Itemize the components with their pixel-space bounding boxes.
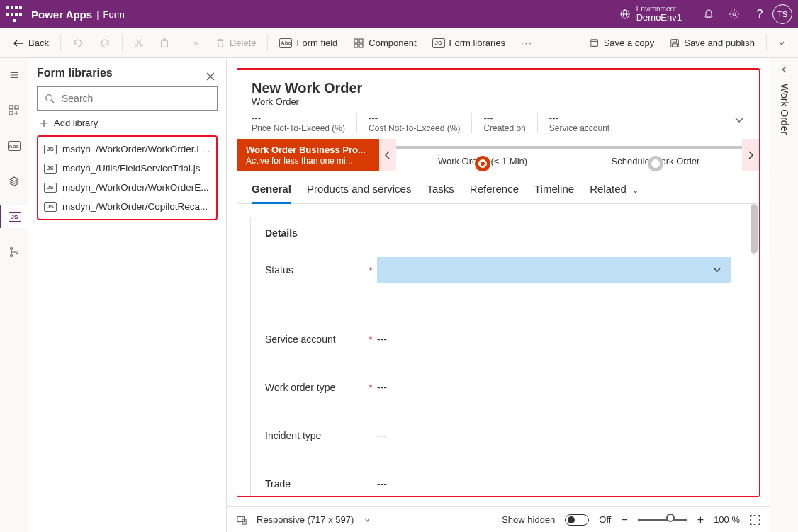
zoom-out-button[interactable]: − bbox=[621, 514, 627, 526]
list-item[interactable]: JS msdyn_/Utils/FieldServiceTrial.js bbox=[38, 159, 216, 178]
header-field[interactable]: --- Service account bbox=[537, 113, 621, 133]
field-row-trade[interactable]: Trade --- bbox=[265, 470, 731, 496]
scrollbar[interactable] bbox=[751, 204, 758, 254]
bpf-prev-button[interactable] bbox=[379, 139, 396, 171]
rail-layers[interactable] bbox=[0, 170, 28, 193]
command-bar: Back Delete Abc Form field bbox=[0, 28, 798, 58]
add-library-button[interactable]: Add library bbox=[37, 111, 218, 135]
svg-rect-12 bbox=[590, 39, 597, 46]
properties-panel-title: Work Order bbox=[779, 84, 790, 135]
form-field-button[interactable]: Abc Form field bbox=[272, 33, 344, 54]
app-launcher-icon[interactable] bbox=[6, 6, 23, 23]
search-input-wrapper[interactable] bbox=[37, 86, 218, 111]
list-item[interactable]: JS msdyn_/WorkOrder/CopilotReca... bbox=[38, 197, 216, 216]
close-panel-button[interactable] bbox=[203, 69, 218, 84]
section-title: Details bbox=[265, 227, 731, 239]
svg-rect-16 bbox=[9, 106, 13, 109]
svg-point-4 bbox=[135, 44, 138, 47]
tab-related[interactable]: Related ⌄ bbox=[590, 179, 639, 203]
svg-point-21 bbox=[16, 251, 18, 254]
cut-button[interactable] bbox=[127, 33, 151, 54]
rail-add-component[interactable] bbox=[0, 99, 28, 122]
field-value: --- bbox=[377, 382, 731, 393]
field-row-status[interactable]: Status * bbox=[265, 256, 731, 284]
delete-button[interactable]: Delete bbox=[208, 33, 264, 54]
header-field-value: --- bbox=[252, 113, 345, 123]
paste-icon bbox=[159, 38, 169, 48]
globe-icon bbox=[619, 9, 631, 20]
bell-icon bbox=[703, 9, 714, 20]
rail-tree[interactable] bbox=[0, 241, 28, 264]
chevron-left-icon bbox=[780, 65, 789, 74]
tab-general[interactable]: General bbox=[252, 179, 291, 204]
js-icon: JS bbox=[44, 202, 57, 212]
chevron-down-icon bbox=[778, 40, 785, 47]
tab-reference[interactable]: Reference bbox=[470, 179, 519, 203]
rail-form-libraries[interactable]: JS bbox=[0, 205, 28, 228]
bpf-stage[interactable]: Schedule Work Order bbox=[569, 156, 742, 166]
environment-picker[interactable]: Environment DemoEnv1 bbox=[619, 5, 682, 23]
redo-button[interactable] bbox=[92, 33, 118, 54]
bpf-stage[interactable]: Work Order (< 1 Min) bbox=[396, 156, 569, 166]
abc-icon: Abc bbox=[279, 38, 292, 48]
list-item[interactable]: JS msdyn_/WorkOrder/WorkOrder.L... bbox=[38, 140, 216, 159]
delete-label: Delete bbox=[230, 38, 257, 48]
notifications-button[interactable] bbox=[696, 0, 721, 28]
tab-timeline[interactable]: Timeline bbox=[534, 179, 574, 203]
paste-dropdown[interactable] bbox=[186, 33, 207, 54]
field-label: Status bbox=[265, 264, 364, 276]
settings-button[interactable] bbox=[721, 0, 747, 28]
right-properties-panel-collapsed[interactable]: Work Order bbox=[770, 58, 798, 532]
chevron-down-icon bbox=[713, 266, 721, 274]
show-hidden-toggle[interactable] bbox=[565, 514, 589, 526]
zoom-value: 100 % bbox=[714, 514, 740, 525]
breadcrumb-separator: | bbox=[96, 9, 99, 20]
bpf-next-button[interactable] bbox=[742, 139, 759, 171]
bpf-active-stage[interactable]: Work Order Business Pro... Active for le… bbox=[237, 139, 379, 171]
save-publish-dropdown[interactable] bbox=[771, 33, 792, 54]
form-entity: Work Order bbox=[252, 96, 745, 107]
overflow-button[interactable]: ··· bbox=[514, 33, 540, 54]
back-button[interactable]: Back bbox=[6, 33, 56, 54]
status-dropdown[interactable] bbox=[377, 257, 731, 283]
field-row-incident-type[interactable]: Incident type --- bbox=[265, 421, 731, 450]
expand-properties-button[interactable] bbox=[780, 65, 789, 74]
undo-button[interactable] bbox=[65, 33, 91, 54]
form-preview[interactable]: New Work Order Work Order --- Price Not-… bbox=[237, 68, 760, 497]
list-item[interactable]: JS msdyn_/WorkOrder/WorkOrderE... bbox=[38, 178, 216, 197]
field-row-service-account[interactable]: Service account * --- bbox=[265, 325, 731, 353]
header-field[interactable]: --- Created on bbox=[471, 113, 536, 133]
responsive-label[interactable]: Responsive (717 x 597) bbox=[257, 514, 354, 525]
details-section[interactable]: Details Status * Service account bbox=[250, 217, 746, 496]
chevron-down-icon[interactable] bbox=[364, 516, 371, 523]
help-button[interactable]: ? bbox=[747, 0, 772, 28]
account-avatar[interactable]: TS bbox=[772, 4, 792, 24]
library-name: msdyn_/WorkOrder/CopilotReca... bbox=[62, 201, 208, 212]
form-libraries-button[interactable]: JS Form libraries bbox=[425, 33, 512, 54]
header-expand-button[interactable] bbox=[734, 113, 745, 125]
search-input[interactable] bbox=[60, 92, 210, 105]
zoom-slider[interactable] bbox=[638, 519, 687, 521]
rail-text[interactable]: Abc bbox=[0, 135, 28, 157]
responsive-icon bbox=[237, 515, 247, 525]
tab-tasks[interactable]: Tasks bbox=[427, 179, 454, 203]
save-copy-button[interactable]: Save a copy bbox=[583, 33, 662, 54]
header-field[interactable]: --- Price Not-To-Exceed (%) bbox=[252, 113, 356, 133]
hamburger-icon bbox=[9, 70, 19, 80]
status-bar: Responsive (717 x 597) Show hidden Off −… bbox=[227, 506, 770, 532]
paste-button[interactable] bbox=[152, 33, 176, 54]
svg-rect-11 bbox=[359, 44, 363, 47]
bpf-subtitle: Active for less than one mi... bbox=[246, 156, 366, 166]
fit-to-screen-button[interactable] bbox=[750, 515, 760, 525]
zoom-in-button[interactable]: + bbox=[697, 514, 704, 526]
field-row-work-order-type[interactable]: Work order type * --- bbox=[265, 373, 731, 402]
header-field-label: Price Not-To-Exceed (%) bbox=[252, 123, 345, 133]
form-title: New Work Order bbox=[252, 80, 745, 96]
business-process-flow[interactable]: Work Order Business Pro... Active for le… bbox=[237, 139, 759, 171]
header-field[interactable]: --- Cost Not-To-Exceed (%) bbox=[356, 113, 471, 133]
save-publish-button[interactable]: Save and publish bbox=[663, 33, 762, 54]
tab-products[interactable]: Products and services bbox=[307, 179, 412, 203]
component-button[interactable]: Component bbox=[346, 33, 423, 54]
rail-hamburger[interactable] bbox=[0, 64, 28, 86]
help-icon: ? bbox=[757, 8, 763, 21]
